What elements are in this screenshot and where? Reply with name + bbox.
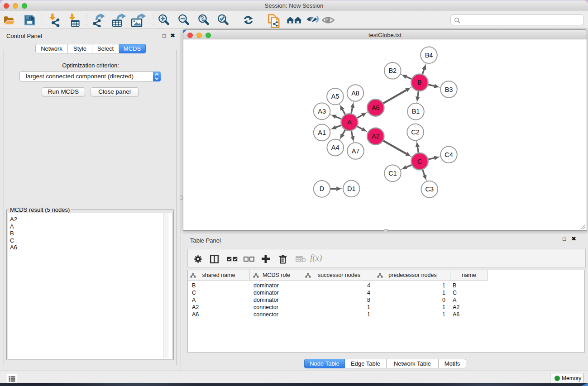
svg-text:B2: B2 bbox=[388, 67, 397, 74]
svg-text:B4: B4 bbox=[425, 52, 433, 59]
svg-text:A5: A5 bbox=[331, 93, 339, 100]
svg-text:C4: C4 bbox=[445, 151, 453, 158]
svg-text:A4: A4 bbox=[331, 144, 339, 151]
svg-text:C1: C1 bbox=[388, 170, 397, 177]
svg-text:A6: A6 bbox=[372, 104, 380, 111]
svg-text:A7: A7 bbox=[352, 148, 360, 155]
svg-text:B3: B3 bbox=[445, 86, 453, 93]
svg-text:B1: B1 bbox=[412, 108, 420, 115]
svg-text:A3: A3 bbox=[318, 108, 326, 115]
svg-text:B: B bbox=[417, 79, 422, 86]
svg-text:C2: C2 bbox=[411, 129, 420, 136]
svg-text:A8: A8 bbox=[351, 90, 359, 97]
svg-text:C: C bbox=[417, 158, 422, 165]
svg-text:C3: C3 bbox=[425, 186, 434, 193]
svg-text:A1: A1 bbox=[318, 129, 326, 136]
svg-text:A2: A2 bbox=[372, 133, 380, 140]
svg-text:D1: D1 bbox=[347, 185, 356, 192]
svg-text:D: D bbox=[320, 185, 324, 192]
svg-text:A: A bbox=[347, 119, 352, 126]
